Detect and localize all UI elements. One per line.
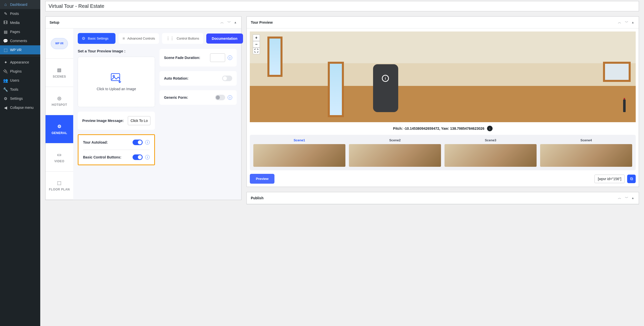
scene-thumb-4[interactable]: Scene4 <box>540 138 632 167</box>
gear-icon: ⚙ <box>82 36 85 41</box>
panel-up-icon[interactable]: ︿ <box>617 20 622 25</box>
tab-label: FLOOR PLAN <box>49 188 70 191</box>
pano-decor <box>623 100 626 112</box>
panel-collapse-icon[interactable]: ▴ <box>631 195 635 201</box>
side-tabs: WP VR ▧SCENES ◎HOTSPOT ⚙GENERAL ▭VIDEO ⬚… <box>46 28 73 200</box>
info-icon[interactable]: i <box>228 95 232 100</box>
menu-label: WP VR <box>10 48 22 52</box>
menu-label: Comments <box>10 39 27 43</box>
tab-scenes[interactable]: ▧SCENES <box>46 59 73 87</box>
menu-label: Dashboard <box>10 3 27 7</box>
setup-content: ⚙Basic Settings ≡Advanced Controls ⋮⋮Con… <box>73 28 241 200</box>
menu-label: Plugins <box>10 69 22 73</box>
panel-collapse-icon[interactable]: ▴ <box>233 20 237 25</box>
preview-button[interactable]: Preview <box>250 174 274 184</box>
tab-video[interactable]: ▭VIDEO <box>46 143 73 172</box>
panorama-viewport[interactable]: i + − ⛶ <box>250 31 636 122</box>
scene-thumb-2[interactable]: Scene2 <box>349 138 441 167</box>
tab-label: VIDEO <box>54 159 64 163</box>
scene-thumb-3[interactable]: Scene3 <box>445 138 537 167</box>
scene-label: Scene3 <box>485 138 496 142</box>
menu-label: Media <box>10 21 20 25</box>
menu-collapse[interactable]: ◀Collapse menu <box>0 103 40 112</box>
menu-label: Posts <box>10 12 19 16</box>
pano-hotspot[interactable]: i <box>382 75 389 82</box>
tab-label: GENERAL <box>52 131 67 135</box>
info-icon[interactable]: i <box>145 140 150 145</box>
panel-up-icon[interactable]: ︿ <box>617 195 622 201</box>
menu-users[interactable]: 👥Users <box>0 76 40 85</box>
sliders-icon: ≡ <box>123 36 125 41</box>
tab-hotspot[interactable]: ◎HOTSPOT <box>46 87 73 115</box>
scenes-icon: ▧ <box>57 67 62 73</box>
upload-preview-image[interactable]: Click to Upload an Image <box>78 57 155 107</box>
scene-thumbnail <box>349 144 441 167</box>
autorotation-toggle[interactable] <box>222 76 232 81</box>
tab-label: Basic Settings <box>88 37 108 40</box>
panel-up-icon[interactable]: ︿ <box>219 20 225 25</box>
generic-form-label: Generic Form: <box>164 95 188 100</box>
users-icon: 👥 <box>3 78 8 83</box>
menu-appearance[interactable]: ✦Appearance <box>0 58 40 67</box>
menu-tools[interactable]: 🔧Tools <box>0 85 40 94</box>
scene-label: Scene1 <box>294 138 305 142</box>
copy-shortcode-button[interactable]: ⧉ <box>627 175 636 183</box>
wpvr-logo: WP VR <box>46 28 73 59</box>
controls-icon: ⋮⋮ <box>166 36 174 41</box>
zoom-in-button[interactable]: + <box>253 35 260 41</box>
post-title-input[interactable]: Virtual Tour - Real Estate <box>45 1 639 11</box>
tab-general[interactable]: ⚙GENERAL <box>46 115 73 143</box>
menu-posts[interactable]: ✎Posts <box>0 9 40 18</box>
tab-basic-settings[interactable]: ⚙Basic Settings <box>78 33 115 44</box>
menu-plugins[interactable]: 🔌Plugins <box>0 67 40 76</box>
pano-decor <box>373 64 398 112</box>
tab-advanced-controls[interactable]: ≡Advanced Controls <box>118 33 159 44</box>
tab-label: HOTSPOT <box>52 103 67 107</box>
autoload-toggle[interactable] <box>133 140 143 145</box>
preview-image-label: Set a Tour Preview Image : <box>78 49 155 53</box>
download-coords-icon[interactable]: ↓ <box>487 126 493 131</box>
posts-icon: ✎ <box>3 11 8 16</box>
panel-down-icon[interactable]: ﹀ <box>624 195 629 201</box>
appearance-icon: ✦ <box>3 60 8 65</box>
generic-form-toggle[interactable] <box>215 95 225 100</box>
menu-media[interactable]: 🎞Media <box>0 18 40 27</box>
info-icon[interactable]: i <box>145 155 150 159</box>
tab-label: Advanced Controls <box>127 37 155 40</box>
menu-dashboard[interactable]: ⌂Dashboard <box>0 0 40 9</box>
scene-label: Scene4 <box>580 138 592 142</box>
collapse-icon: ◀ <box>3 105 8 110</box>
menu-pages[interactable]: ▤Pages <box>0 27 40 36</box>
scene-selector: Scene1 Scene2 Scene3 Scene4 <box>250 135 636 170</box>
video-icon: ▭ <box>57 152 62 157</box>
preview-message-input[interactable] <box>128 116 150 125</box>
media-icon: 🎞 <box>3 20 8 25</box>
publish-header: Publish <box>251 196 264 200</box>
menu-comments[interactable]: 💬Comments <box>0 36 40 45</box>
panel-down-icon[interactable]: ﹀ <box>624 20 629 25</box>
fullscreen-button[interactable]: ⛶ <box>253 48 260 54</box>
fade-duration-input[interactable] <box>210 53 225 62</box>
highlighted-settings: Tour Autoload: i Basic Control Butto <box>78 134 155 165</box>
control-buttons-toggle[interactable] <box>133 154 143 160</box>
tab-label: Control Buttons <box>177 37 199 40</box>
menu-label: Pages <box>10 30 20 34</box>
tab-floorplan[interactable]: ⬚FLOOR PLAN <box>46 172 73 200</box>
scene-thumb-1[interactable]: Scene1 <box>253 138 345 167</box>
generic-form-row: Generic Form: i <box>159 90 237 105</box>
info-icon[interactable]: i <box>228 55 232 60</box>
tab-control-buttons[interactable]: ⋮⋮Control Buttons <box>162 33 203 44</box>
tour-preview-header: Tour Preview <box>251 20 273 24</box>
menu-settings[interactable]: ⚙Settings <box>0 94 40 103</box>
panel-down-icon[interactable]: ﹀ <box>226 20 232 25</box>
zoom-out-button[interactable]: − <box>253 41 260 48</box>
panel-collapse-icon[interactable]: ▴ <box>631 20 635 25</box>
svg-point-1 <box>113 75 114 77</box>
menu-label: Appearance <box>10 60 29 64</box>
general-icon: ⚙ <box>57 124 62 129</box>
documentation-button[interactable]: Documentation <box>206 34 243 44</box>
pano-decor <box>267 37 283 77</box>
tools-icon: 🔧 <box>3 87 8 92</box>
menu-label: Settings <box>10 96 23 101</box>
menu-wpvr[interactable]: ⬚WP VR <box>0 45 40 54</box>
